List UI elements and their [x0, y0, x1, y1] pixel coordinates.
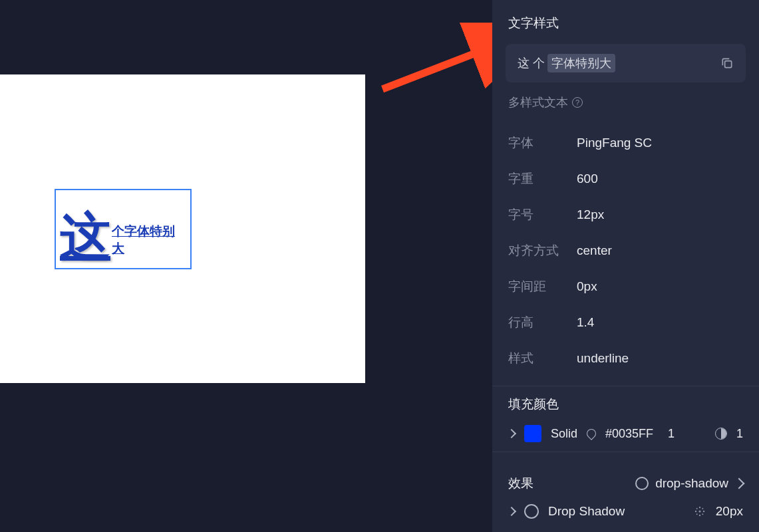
- divider-2: [492, 452, 759, 452]
- chevron-right-icon-2[interactable]: [507, 507, 516, 516]
- drop-shadow-tag: drop-shadow: [655, 476, 728, 491]
- prop-weight[interactable]: 字重 600: [492, 161, 759, 197]
- svg-point-10: [696, 513, 697, 515]
- canvas-big-char: 这: [60, 211, 110, 261]
- text-chip-highlight: 字体特别大: [547, 54, 615, 72]
- annotation-arrow: [369, 23, 502, 96]
- prop-letter-spacing[interactable]: 字间距 0px: [492, 269, 759, 305]
- multi-style-label-row[interactable]: 多样式文本 ?: [492, 94, 759, 125]
- prop-letter-label: 字间距: [508, 278, 577, 295]
- prop-size-value: 12px: [577, 207, 604, 222]
- svg-point-3: [698, 510, 700, 512]
- copy-icon[interactable]: [720, 57, 734, 70]
- prop-lineheight-label: 行高: [508, 314, 577, 331]
- effects-tag[interactable]: drop-shadow: [635, 476, 743, 491]
- text-content-row[interactable]: 这 个 字体特别大: [506, 44, 746, 82]
- svg-point-6: [695, 511, 696, 512]
- fill-section: 填充颜色 Solid #0035FF 1 1: [492, 396, 759, 442]
- blur-icon: [693, 505, 706, 518]
- text-style-section-title: 文字样式: [492, 0, 759, 44]
- text-chip-plain: 这 个: [518, 55, 545, 71]
- svg-point-7: [703, 511, 704, 512]
- droplet-icon: [585, 427, 598, 440]
- fill-title: 填充颜色: [508, 396, 743, 425]
- shadow-row[interactable]: Drop Shadow 20px: [508, 504, 743, 519]
- drop-shadow-name: Drop Shadow: [548, 504, 625, 519]
- prop-align-label: 对齐方式: [508, 242, 577, 259]
- canvas-small-text: 个字体特别大: [112, 223, 185, 257]
- fill-hex: #0035FF: [605, 427, 653, 441]
- opacity-icon: [715, 428, 727, 440]
- svg-point-4: [699, 507, 700, 508]
- selected-text-element[interactable]: 这 个字体特别大: [55, 189, 192, 269]
- svg-point-11: [702, 513, 703, 515]
- circle-icon-2: [524, 504, 539, 519]
- prop-weight-label: 字重: [508, 170, 577, 188]
- effects-title: 效果: [508, 475, 533, 492]
- divider: [492, 386, 759, 386]
- prop-font-label: 字体: [508, 134, 577, 152]
- prop-lineheight-value: 1.4: [577, 315, 594, 330]
- svg-point-8: [696, 508, 697, 509]
- svg-line-1: [382, 49, 486, 89]
- prop-style-label: 样式: [508, 350, 577, 367]
- properties-panel: 文字样式 这 个 字体特别大 多样式文本 ? 字体 PingFang SC 字重…: [492, 0, 759, 532]
- prop-size-label: 字号: [508, 206, 577, 223]
- prop-weight-value: 600: [577, 172, 598, 186]
- fill-count: 1: [736, 427, 743, 441]
- fill-row[interactable]: Solid #0035FF 1 1: [508, 425, 743, 442]
- circle-icon: [635, 477, 649, 490]
- prop-align-value: center: [577, 243, 612, 258]
- prop-font[interactable]: 字体 PingFang SC: [492, 125, 759, 161]
- multi-style-label: 多样式文本: [508, 94, 568, 110]
- help-icon[interactable]: ?: [572, 97, 583, 108]
- fill-type: Solid: [551, 427, 577, 441]
- prop-style-value: underline: [577, 351, 629, 366]
- effects-section: 效果 drop-shadow Drop Shadow: [492, 462, 759, 519]
- svg-point-9: [702, 508, 703, 509]
- fill-opacity: 1: [668, 427, 675, 441]
- arrow-right-icon[interactable]: [734, 478, 745, 489]
- canvas[interactable]: 这 个字体特别大: [0, 74, 365, 383]
- prop-line-height[interactable]: 行高 1.4: [492, 305, 759, 340]
- color-swatch[interactable]: [524, 425, 541, 442]
- prop-align[interactable]: 对齐方式 center: [492, 233, 759, 269]
- text-content-chips: 这 个 字体特别大: [518, 54, 615, 72]
- prop-font-value: PingFang SC: [577, 136, 652, 150]
- prop-style[interactable]: 样式 underline: [492, 340, 759, 376]
- prop-letter-value: 0px: [577, 279, 597, 294]
- prop-size[interactable]: 字号 12px: [492, 197, 759, 233]
- chevron-right-icon[interactable]: [507, 429, 516, 438]
- drop-shadow-blur: 20px: [716, 504, 743, 519]
- svg-point-5: [699, 515, 700, 516]
- svg-rect-2: [725, 61, 732, 68]
